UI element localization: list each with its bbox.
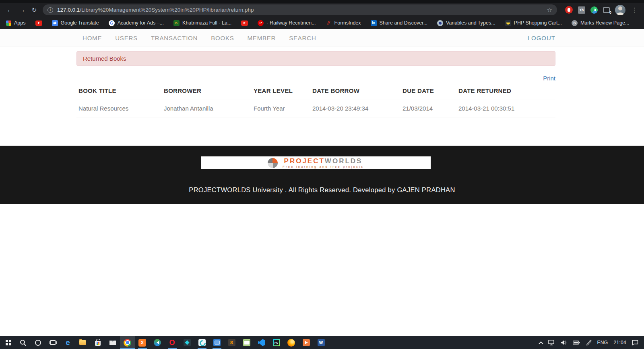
- idm-icon: [154, 339, 161, 346]
- bookmark-label: Khatrimaza Full - La...: [182, 20, 231, 26]
- print-link[interactable]: Print: [543, 75, 555, 82]
- pen-icon[interactable]: [586, 340, 592, 345]
- cell-year-level: Fourth Year: [252, 99, 310, 117]
- bookmarks-bar: Apps ⇄Google Translate GAcademy for Ads …: [0, 17, 644, 29]
- chrome-button[interactable]: [120, 336, 135, 349]
- bookmark-variables[interactable]: Variables and Types...: [437, 20, 495, 26]
- bookmark-khatrimaza[interactable]: KKhatrimaza Full - La...: [173, 20, 231, 26]
- remote-desktop-button[interactable]: [209, 336, 224, 349]
- bookmark-star-icon[interactable]: ☆: [547, 6, 552, 14]
- download-manager-button[interactable]: [194, 336, 209, 349]
- language-indicator[interactable]: ENG: [597, 340, 608, 345]
- opera-button[interactable]: O: [165, 336, 180, 349]
- mail-icon: [109, 341, 116, 345]
- tray-chevron-up-icon[interactable]: [539, 341, 543, 346]
- address-bar[interactable]: i 127.0.0.1/Library%20Management%20Syste…: [43, 4, 557, 15]
- volume-icon[interactable]: [561, 340, 567, 345]
- nav-menu: HOME USERS TRANSACTION BOOKS MEMBER SEAR…: [76, 35, 316, 41]
- returned-books-table: BOOK TITLE BORROWER YEAR LEVEL DATE BORR…: [76, 84, 555, 117]
- site-footer: PROJECTWORLDS Free learning and free pro…: [0, 146, 644, 204]
- google-translate-icon: ⇄: [52, 20, 58, 26]
- bookmark-railway[interactable]: P- Railway Recritmen...: [258, 20, 316, 26]
- taskbar-search-button[interactable]: [16, 336, 31, 349]
- reload-icon[interactable]: ↻: [28, 5, 40, 15]
- file-explorer-button[interactable]: [75, 336, 90, 349]
- nav-item-transaction[interactable]: TRANSACTION: [151, 35, 198, 41]
- bookmark-youtube-2[interactable]: [241, 21, 248, 26]
- idm-button[interactable]: [150, 336, 165, 349]
- clock[interactable]: 21:04: [613, 340, 626, 345]
- bookmark-label: PHP Shopping Cart...: [514, 20, 562, 26]
- cell-due-date: 21/03/2014: [400, 99, 456, 117]
- extension-with-badge-icon[interactable]: 0: [603, 7, 610, 13]
- bookmark-php-cart[interactable]: PHP Shopping Cart...: [505, 20, 562, 26]
- logo-text: PROJECTWORLDS Free learning and free pro…: [283, 158, 364, 168]
- bookmark-marks-review[interactable]: SMarks Review Page...: [572, 20, 630, 26]
- word-button[interactable]: W: [314, 336, 328, 349]
- bookmark-formsindex[interactable]: //FormsIndex: [326, 20, 361, 26]
- bookmark-academy-for-ads[interactable]: GAcademy for Ads –...: [109, 20, 164, 26]
- edge-icon: e: [66, 339, 70, 347]
- nav-item-search[interactable]: SEARCH: [289, 35, 316, 41]
- window-title-strip: [0, 0, 644, 3]
- remote-desktop-icon: [213, 339, 221, 346]
- firefox-button[interactable]: [284, 336, 299, 349]
- bookmark-label: Marks Review Page...: [580, 20, 630, 26]
- site-info-icon[interactable]: i: [47, 7, 53, 13]
- nav-item-users[interactable]: USERS: [115, 35, 138, 41]
- photos-app-button[interactable]: [239, 336, 254, 349]
- browser-toolbar: ← → ↻ i 127.0.0.1/Library%20Management%2…: [0, 3, 644, 17]
- search-icon: [20, 340, 25, 345]
- vscode-button[interactable]: [254, 336, 269, 349]
- edge-button[interactable]: e: [60, 336, 75, 349]
- col-year-level: YEAR LEVEL: [252, 84, 310, 99]
- formsindex-icon: //: [326, 20, 332, 26]
- action-center-icon[interactable]: [632, 340, 638, 345]
- cell-date-returned: 2014-03-21 00:30:51: [456, 99, 555, 117]
- col-borrower: BORROWER: [162, 84, 252, 99]
- pycharm-button[interactable]: PC: [269, 336, 284, 349]
- col-date-borrow: DATE BORROW: [310, 84, 400, 99]
- media-player-button[interactable]: [299, 336, 314, 349]
- cell-date-borrow: 2014-03-20 23:49:34: [310, 99, 400, 117]
- bookmark-label: Variables and Types...: [446, 20, 495, 26]
- back-icon[interactable]: ←: [4, 5, 16, 15]
- youtube-icon: [35, 21, 42, 26]
- microsoft-store-button[interactable]: [90, 336, 105, 349]
- network-icon[interactable]: [548, 340, 555, 345]
- sublime-text-button[interactable]: S: [224, 336, 239, 349]
- task-view-button[interactable]: [45, 336, 60, 349]
- bookmark-linkedin[interactable]: inShare and Discover...: [371, 20, 428, 26]
- windows-logo-icon: [6, 340, 11, 345]
- system-tray: ENG 21:04: [539, 340, 644, 345]
- navbar-container: HOME USERS TRANSACTION BOOKS MEMBER SEAR…: [76, 29, 555, 47]
- nav-item-books[interactable]: BOOKS: [211, 35, 234, 41]
- nav-item-home[interactable]: HOME: [83, 35, 102, 41]
- site-navbar: HOME USERS TRANSACTION BOOKS MEMBER SEAR…: [0, 29, 644, 47]
- teal-diamond-app-button[interactable]: [180, 336, 194, 349]
- bookmark-google-translate[interactable]: ⇄Google Translate: [52, 20, 99, 26]
- copyright-text: PROJECTWORLDS University . All Rights Re…: [0, 186, 644, 194]
- table-header-row: BOOK TITLE BORROWER YEAR LEVEL DATE BORR…: [76, 84, 555, 99]
- bookmark-youtube-1[interactable]: [35, 21, 42, 26]
- profile-avatar[interactable]: [615, 5, 625, 15]
- khatrimaza-icon: K: [173, 20, 180, 26]
- 1b-extension-icon[interactable]: 1b: [578, 6, 585, 14]
- mail-button[interactable]: [105, 336, 120, 349]
- start-button[interactable]: [1, 336, 16, 349]
- cell-borrower: Jonathan Antanilla: [162, 99, 252, 117]
- task-view-icon: [50, 340, 56, 345]
- adblock-extension-icon[interactable]: [565, 6, 573, 14]
- forward-icon[interactable]: →: [16, 5, 28, 15]
- battery-icon[interactable]: [573, 341, 580, 345]
- bookmark-apps[interactable]: Apps: [6, 20, 26, 26]
- logout-link[interactable]: LOGOUT: [528, 35, 555, 41]
- logo-tagline: Free learning and free projects: [283, 165, 364, 168]
- browser-menu-icon[interactable]: ⋮: [632, 6, 638, 14]
- xampp-button[interactable]: X: [135, 336, 150, 349]
- cortana-button[interactable]: [31, 336, 45, 349]
- table-row: Natural Resources Jonathan Antanilla Fou…: [76, 99, 555, 117]
- bookmark-label: Apps: [14, 20, 26, 26]
- nav-item-member[interactable]: MEMBER: [248, 35, 276, 41]
- idm-extension-icon[interactable]: [590, 6, 598, 14]
